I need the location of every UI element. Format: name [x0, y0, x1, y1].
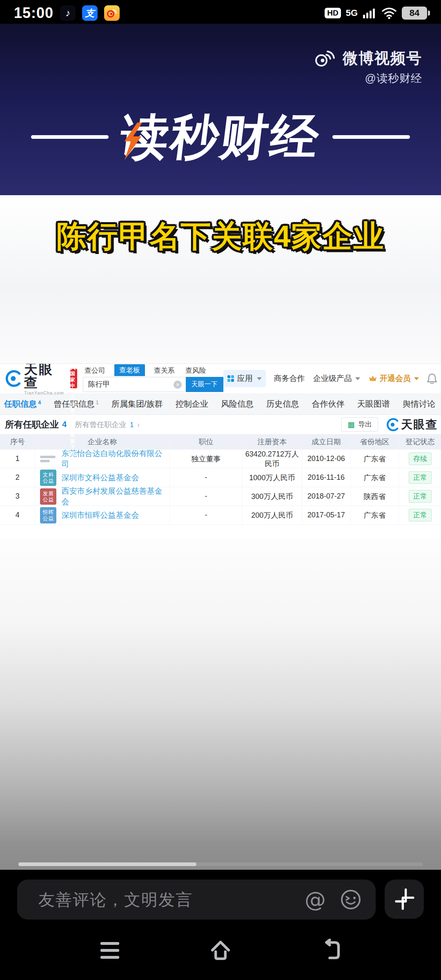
- emoji-icon[interactable]: [340, 889, 362, 911]
- company-logo: 恒晖公益: [40, 507, 56, 523]
- comment-input[interactable]: 友善评论，文明发言 @: [17, 880, 376, 920]
- music-note-glyph: ♪: [65, 7, 70, 19]
- status-bar-right: HD 5G 84: [325, 7, 427, 20]
- home-button[interactable]: [209, 938, 232, 962]
- weibo-notification-icon: [104, 5, 120, 21]
- recents-button[interactable]: [98, 938, 122, 962]
- search-input[interactable]: [83, 377, 186, 392]
- row-position: -: [170, 468, 243, 487]
- col-date: 成立日期: [302, 434, 351, 450]
- tab-partners[interactable]: 合作伙伴: [312, 399, 344, 410]
- weibo-logo-icon: [314, 49, 337, 68]
- positions-table: 序号 企业名称 职位 注册资本 成立日期 省份地区 登记状态 1 东莞怡合达自动…: [0, 434, 441, 525]
- video-progress-fill: [18, 862, 196, 866]
- status-badge: 存续: [409, 452, 432, 465]
- mention-icon[interactable]: @: [305, 887, 326, 912]
- tyc-logo-text: 天眼查: [24, 363, 65, 389]
- menu-vip[interactable]: 开通会员: [368, 373, 419, 384]
- back-button[interactable]: [319, 938, 343, 962]
- row-no: 1: [0, 450, 35, 468]
- row-position: -: [170, 506, 243, 524]
- brand-banner: 读秒财经: [0, 113, 441, 161]
- chevron-right-icon: ›: [137, 421, 140, 429]
- section-subtitle-link[interactable]: 所有曾任职企业 1 ›: [75, 420, 140, 430]
- video-fade-area: [0, 539, 441, 870]
- network-5g-label: 5G: [346, 8, 358, 18]
- menu-cooperation[interactable]: 商务合作: [274, 373, 305, 384]
- search-tab-risk[interactable]: 查风险: [184, 365, 208, 376]
- weibo-eye-icon: [107, 8, 117, 18]
- tab-public-opinion[interactable]: 舆情讨论: [403, 399, 435, 410]
- comment-placeholder: 友善评论，文明发言: [38, 889, 305, 911]
- menu-enterprise[interactable]: 企业级产品: [313, 373, 360, 384]
- row-province: 广东省: [351, 450, 399, 468]
- row-province: 广东省: [351, 468, 399, 487]
- decor-line-left: [31, 135, 109, 139]
- tab-risk-info[interactable]: 风险信息: [221, 399, 254, 410]
- tab-history-info[interactable]: 历史信息: [266, 399, 299, 410]
- section-title: 所有任职企业: [5, 419, 59, 431]
- decor-line-right: [332, 135, 410, 139]
- battery-icon: 84: [402, 7, 427, 20]
- clock: 15:00: [14, 4, 53, 22]
- video-content-panel: 陈行甲名下关联4家企业: [0, 195, 441, 363]
- menu-apps[interactable]: 应用: [223, 370, 266, 387]
- row-date: 2016-11-16: [302, 468, 351, 487]
- chevron-down-icon: [257, 377, 262, 380]
- table-row: 3 发展公益 西安市乡村发展公益慈善基金会 - 300万人民币 2018-07-…: [0, 487, 441, 506]
- screenshot-clip-button[interactable]: [385, 880, 424, 919]
- grid-icon: [227, 375, 234, 382]
- row-capital: 300万人民币: [243, 487, 302, 506]
- tyc-watermark-text: 天眼查: [401, 417, 438, 432]
- tyc-logo-domain: TianYanCha.com: [24, 391, 65, 395]
- weibo-video-watermark: 微博视频号 @读秒财经: [314, 48, 422, 86]
- tyc-ad-banner: 都在用的商业查询工具 国家中小企业发展子基金旗下机构: [70, 369, 77, 388]
- company-link[interactable]: 深圳市文科公益基金会: [61, 472, 139, 483]
- tab-group[interactable]: 所属集团/族群: [111, 399, 163, 410]
- tyc-section-header: 所有任职企业 4 所有曾任职企业 1 › ▦ 导出 天眼查: [0, 415, 441, 434]
- section-subtitle: 所有曾任职企业: [75, 421, 126, 429]
- search-tab-company[interactable]: 查公司: [83, 365, 107, 376]
- company-link[interactable]: 西安市乡村发展公益慈善基金会: [61, 486, 169, 507]
- row-date: 2010-12-06: [302, 450, 351, 468]
- col-province: 省份地区: [351, 434, 399, 450]
- tab-controlled-companies[interactable]: 控制企业: [176, 399, 208, 410]
- crown-icon: [368, 375, 377, 382]
- row-province: 广东省: [351, 506, 399, 524]
- battery-percent: 84: [410, 8, 419, 18]
- export-label: 导出: [358, 420, 372, 429]
- menu-enterprise-label: 企业级产品: [313, 373, 352, 384]
- tab-count: 4: [38, 399, 41, 405]
- tyc-watermark: 天眼查: [385, 417, 438, 432]
- table-row: 4 恒晖公益 深圳市恒晖公益基金会 - 200万人民币 2017-05-17 广…: [0, 506, 441, 525]
- chevron-down-icon: [355, 377, 360, 380]
- tab-label: 所属集团/族群: [111, 399, 163, 410]
- video-progress-bar[interactable]: [18, 862, 423, 866]
- tab-graph[interactable]: 天眼图谱: [357, 399, 390, 410]
- company-link[interactable]: 深圳市恒晖公益基金会: [61, 510, 139, 521]
- section-count: 4: [62, 420, 67, 429]
- video-intro-panel: 微博视频号 @读秒财经 读秒财经: [0, 24, 441, 195]
- status-badge: 正常: [409, 509, 432, 521]
- tyc-logo[interactable]: 天眼查 TianYanCha.com: [4, 363, 65, 395]
- search-button[interactable]: 天眼一下: [186, 377, 223, 392]
- tab-positions[interactable]: 任职信息4: [4, 399, 41, 410]
- banner-line1: 都在用的商业查询工具: [70, 363, 77, 371]
- row-capital: 63420.2712万人民币: [243, 450, 302, 468]
- alipay-notification-icon: 支: [82, 5, 98, 21]
- menu-vip-label: 开通会员: [380, 373, 411, 384]
- watermark-title: 微博视频号: [343, 48, 422, 69]
- alipay-glyph: 支: [85, 7, 95, 20]
- search-tab-boss[interactable]: 查老板: [114, 364, 145, 376]
- bell-icon[interactable]: [427, 373, 437, 384]
- export-button[interactable]: ▦ 导出: [341, 417, 378, 432]
- android-nav-bar: [0, 938, 441, 962]
- row-province: 陕西省: [351, 487, 399, 506]
- tab-label: 历史信息: [266, 399, 299, 410]
- col-status: 登记状态: [399, 434, 441, 450]
- search-tab-relation[interactable]: 查关系: [152, 365, 176, 376]
- search-box: × 天眼一下: [83, 377, 223, 392]
- row-capital: 1000万人民币: [243, 468, 302, 487]
- clear-icon[interactable]: ×: [174, 381, 182, 389]
- company-link[interactable]: 东莞怡合达自动化股份有限公司: [61, 448, 169, 470]
